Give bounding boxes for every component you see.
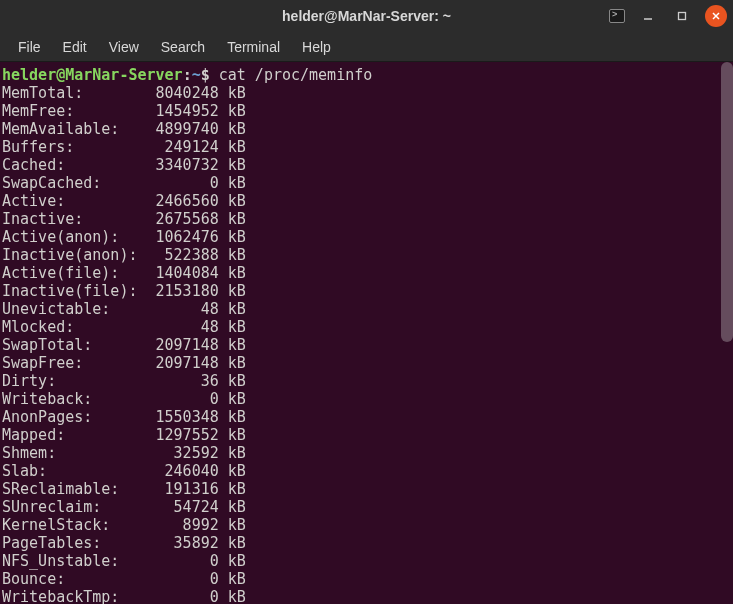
meminfo-line: Buffers: 249124 kB <box>2 138 731 156</box>
prompt-sep: : <box>183 66 192 84</box>
meminfo-line: Dirty: 36 kB <box>2 372 731 390</box>
meminfo-line: Active(anon): 1062476 kB <box>2 228 731 246</box>
meminfo-line: Bounce: 0 kB <box>2 570 731 588</box>
terminal-icon <box>609 9 625 23</box>
meminfo-line: SReclaimable: 191316 kB <box>2 480 731 498</box>
meminfo-line: Inactive: 2675568 kB <box>2 210 731 228</box>
meminfo-line: Inactive(anon): 522388 kB <box>2 246 731 264</box>
close-button[interactable] <box>705 5 727 27</box>
meminfo-line: SwapTotal: 2097148 kB <box>2 336 731 354</box>
meminfo-line: Active(file): 1404084 kB <box>2 264 731 282</box>
menu-edit[interactable]: Edit <box>53 36 97 58</box>
window-title: helder@MarNar-Server: ~ <box>282 8 451 24</box>
meminfo-line: Mlocked: 48 kB <box>2 318 731 336</box>
meminfo-line: Shmem: 32592 kB <box>2 444 731 462</box>
terminal-output[interactable]: helder@MarNar-Server:~$ cat /proc/meminf… <box>0 62 733 604</box>
meminfo-line: NFS_Unstable: 0 kB <box>2 552 731 570</box>
meminfo-line: Slab: 246040 kB <box>2 462 731 480</box>
menubar: File Edit View Search Terminal Help <box>0 32 733 62</box>
titlebar-extra <box>609 9 625 23</box>
meminfo-line: Inactive(file): 2153180 kB <box>2 282 731 300</box>
menu-help[interactable]: Help <box>292 36 341 58</box>
meminfo-line: Active: 2466560 kB <box>2 192 731 210</box>
prompt-user-host: helder@MarNar-Server <box>2 66 183 84</box>
meminfo-line: Cached: 3340732 kB <box>2 156 731 174</box>
meminfo-line: SUnreclaim: 54724 kB <box>2 498 731 516</box>
scrollbar-thumb[interactable] <box>721 62 733 342</box>
command-text: cat /proc/meminfo <box>219 66 373 84</box>
menu-file[interactable]: File <box>8 36 51 58</box>
meminfo-line: Unevictable: 48 kB <box>2 300 731 318</box>
meminfo-line: Mapped: 1297552 kB <box>2 426 731 444</box>
meminfo-line: MemTotal: 8040248 kB <box>2 84 731 102</box>
prompt-path: ~ <box>192 66 201 84</box>
meminfo-line: MemAvailable: 4899740 kB <box>2 120 731 138</box>
meminfo-line: KernelStack: 8992 kB <box>2 516 731 534</box>
meminfo-line: SwapCached: 0 kB <box>2 174 731 192</box>
meminfo-output: MemTotal: 8040248 kBMemFree: 1454952 kBM… <box>2 84 731 604</box>
meminfo-line: MemFree: 1454952 kB <box>2 102 731 120</box>
meminfo-line: Writeback: 0 kB <box>2 390 731 408</box>
meminfo-line: PageTables: 35892 kB <box>2 534 731 552</box>
meminfo-line: WritebackTmp: 0 kB <box>2 588 731 604</box>
minimize-button[interactable] <box>637 5 659 27</box>
meminfo-line: SwapFree: 2097148 kB <box>2 354 731 372</box>
meminfo-line: AnonPages: 1550348 kB <box>2 408 731 426</box>
menu-view[interactable]: View <box>99 36 149 58</box>
titlebar: helder@MarNar-Server: ~ <box>0 0 733 32</box>
menu-search[interactable]: Search <box>151 36 215 58</box>
svg-rect-1 <box>679 13 686 20</box>
prompt-line: helder@MarNar-Server:~$ cat /proc/meminf… <box>2 66 731 84</box>
window-controls <box>637 5 727 27</box>
menu-terminal[interactable]: Terminal <box>217 36 290 58</box>
prompt-dollar: $ <box>201 66 219 84</box>
maximize-button[interactable] <box>671 5 693 27</box>
